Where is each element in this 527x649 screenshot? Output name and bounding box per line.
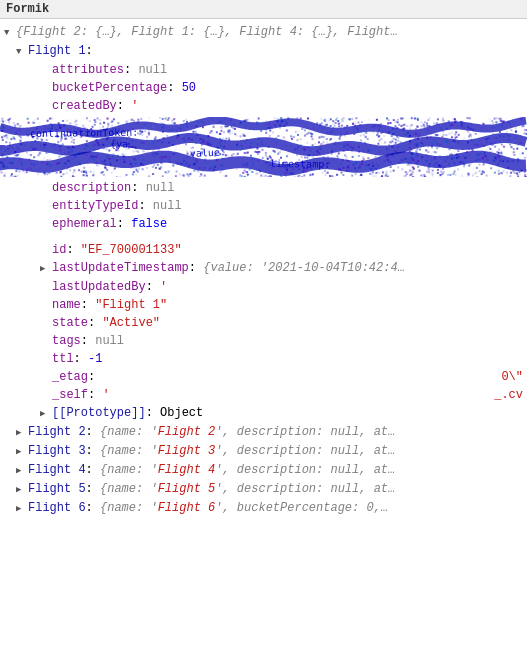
- state-line: state : "Active": [0, 314, 527, 332]
- entitytypeid-line: entityTypeId : null: [0, 197, 527, 215]
- top-summary-line: {Flight 2: {…}, Flight 1: {…}, Flight 4:…: [0, 23, 527, 42]
- lastupdatedby-line: lastUpdatedBy : ': [0, 278, 527, 296]
- flight4-line: Flight 4 : {name: 'Flight 4', descriptio…: [0, 461, 527, 480]
- header-bar: Formik: [0, 0, 527, 19]
- createdby-line: createdBy : ': [0, 97, 527, 115]
- description-line: description : null: [0, 179, 527, 197]
- devtools-panel: Formik {Flight 2: {…}, Flight 1: {…}, Fl…: [0, 0, 527, 649]
- lastupdatetimestamp-triangle[interactable]: [40, 259, 52, 278]
- flight6-triangle[interactable]: [16, 499, 28, 518]
- spacer1: [0, 233, 527, 241]
- flight2-triangle[interactable]: [16, 423, 28, 442]
- top-summary: {Flight 2: {…}, Flight 1: {…}, Flight 4:…: [16, 23, 398, 41]
- noise-block: [0, 117, 527, 177]
- attr-line: attributes : null: [0, 61, 527, 79]
- flight1-triangle[interactable]: [16, 42, 28, 61]
- prototype-triangle[interactable]: [40, 404, 52, 423]
- bucket-line: bucketPercentage : 50: [0, 79, 527, 97]
- flight2-line: Flight 2 : {name: 'Flight 2', descriptio…: [0, 423, 527, 442]
- content: {Flight 2: {…}, Flight 1: {…}, Flight 4:…: [0, 19, 527, 522]
- noise-canvas: [0, 117, 527, 177]
- flight5-triangle[interactable]: [16, 480, 28, 499]
- etag-line: _etag : 0\": [0, 368, 527, 386]
- header-title: Formik: [6, 2, 49, 16]
- ephemeral-line: ephemeral : false: [0, 215, 527, 233]
- flight5-line: Flight 5 : {name: 'Flight 5', descriptio…: [0, 480, 527, 499]
- flight6-line: Flight 6 : {name: 'Flight 6', bucketPerc…: [0, 499, 527, 518]
- flight3-triangle[interactable]: [16, 442, 28, 461]
- flight4-triangle[interactable]: [16, 461, 28, 480]
- prototype-line: [[Prototype]] : Object: [0, 404, 527, 423]
- id-line: id : "EF_700001133": [0, 241, 527, 259]
- lastupdatetimestamp-line: lastUpdateTimestamp : {value: '2021-10-0…: [0, 259, 527, 278]
- self-line: _self : ' _.cv: [0, 386, 527, 404]
- root-triangle[interactable]: [4, 23, 16, 42]
- flight1-header: Flight 1 :: [0, 42, 527, 61]
- name-line: name : "Flight 1": [0, 296, 527, 314]
- flight1-label: Flight 1: [28, 42, 86, 60]
- ttl-line: ttl : -1: [0, 350, 527, 368]
- flight3-line: Flight 3 : {name: 'Flight 3', descriptio…: [0, 442, 527, 461]
- tags-line: tags : null: [0, 332, 527, 350]
